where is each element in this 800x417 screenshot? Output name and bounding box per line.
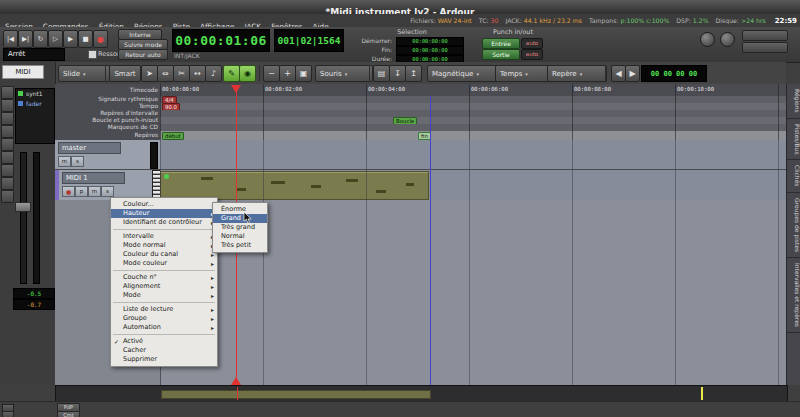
midi-track-name[interactable]: MIDI 1 (62, 172, 125, 184)
midi-note[interactable] (376, 190, 386, 193)
primary-clock-mode[interactable]: INT/JACK (174, 52, 200, 59)
processor-active-led[interactable] (18, 101, 23, 106)
menu-item-active[interactable]: ✓Activé (111, 337, 217, 346)
zoom-out-button[interactable]: − (263, 65, 280, 82)
timecode-ruler[interactable]: 00:00:00:00 00:00:02:00 00:00:04:00 00:0… (160, 84, 786, 96)
menu-item-height[interactable]: Hauteur▸ (111, 209, 217, 218)
midi-note[interactable] (406, 183, 414, 186)
midi-note[interactable] (271, 181, 285, 184)
menu-item-alignment[interactable]: Alignement▸ (111, 282, 217, 291)
gain-readout[interactable]: -0.5 (13, 288, 55, 299)
edit-mode-dropdown[interactable]: Slide▾ (58, 65, 110, 82)
processor-item-synth[interactable]: synt1 (16, 89, 54, 99)
submenu-item-normal[interactable]: Normal (213, 232, 267, 241)
session-end-marker[interactable]: fin (418, 132, 431, 140)
tool-rail-button[interactable] (1, 99, 14, 112)
playhead-marker-top[interactable] (231, 85, 241, 93)
menu-item-remove[interactable]: Supprimer (111, 355, 217, 364)
menu-item-range[interactable]: Intervalle▸ (111, 232, 217, 241)
menu-item-layer[interactable]: Couche n°▸ (111, 273, 217, 282)
edit-point-dropdown[interactable]: Repère▾ (547, 65, 607, 82)
selection-start-clock[interactable]: 00:00:00:00 (396, 37, 464, 46)
ruler-label-ranges[interactable]: Repères d'intervalle (55, 110, 161, 117)
master-track-name[interactable]: master (58, 142, 121, 154)
draw-notes-tool-button[interactable]: ✎ (223, 65, 240, 82)
smart-mode-button[interactable]: Smart (109, 65, 141, 82)
play-button[interactable]: ▶ (63, 30, 78, 48)
tool-rail-button[interactable] (1, 177, 14, 190)
zoom-fit-button[interactable]: ▣ (295, 65, 312, 82)
submenu-item-tres-grand[interactable]: Très grand (213, 223, 267, 232)
midi-record-enable-button[interactable]: ● (62, 186, 75, 197)
meter-ruler[interactable]: 4/4 (160, 96, 786, 103)
tab-track-groups[interactable]: Groupes de pistes (787, 193, 800, 258)
primary-clock[interactable]: 00:00:01:06 (172, 29, 270, 52)
menu-item-mode[interactable]: Mode▸ (111, 291, 217, 300)
nudge-forward-button[interactable]: ▶ (625, 65, 640, 82)
midi-playlist-button[interactable]: p (75, 186, 88, 197)
ruler-label-cd-markers[interactable]: Marqueurs de CD (55, 124, 161, 131)
submenu-item-grand[interactable]: Grand (213, 214, 267, 223)
midi-panic-button[interactable] (742, 30, 788, 41)
mixer-track-name-chip[interactable]: MIDI (2, 65, 44, 79)
stop-button[interactable]: ■ (78, 30, 93, 48)
session-start-marker[interactable]: début (162, 132, 184, 140)
tempo-ruler[interactable]: 90.0 (160, 103, 786, 110)
shrink-tracks-button[interactable]: ↧ (389, 65, 406, 82)
punch-out-button[interactable]: Sortie (482, 49, 520, 60)
loop-button[interactable]: ↻ (33, 30, 48, 48)
submenu-item-enorme[interactable]: Énorme (213, 205, 267, 214)
master-track-lane[interactable] (160, 140, 786, 170)
menu-item-playlist[interactable]: Liste de lecture▸ (111, 305, 217, 314)
range-tool-button[interactable]: ⇔ (157, 65, 174, 82)
midi-track-lane[interactable] (160, 170, 786, 201)
goto-end-button[interactable]: ▶| (18, 30, 33, 48)
cmt-button[interactable]: Cmt (57, 411, 80, 417)
snap-mode-dropdown[interactable]: Magnétique▾ (427, 65, 499, 82)
tool-rail-button[interactable] (1, 164, 14, 177)
gain-fader[interactable] (15, 202, 31, 212)
error-log-button[interactable] (742, 42, 788, 53)
range-ruler[interactable] (160, 110, 786, 117)
grab-tool-button[interactable]: ➤ (141, 65, 158, 82)
menu-item-hide[interactable]: Cacher (111, 346, 217, 355)
secondary-clock[interactable]: 001|02|1564 (274, 29, 344, 52)
menu-item-controller-id[interactable]: Identifiant de contrôleur▸ (111, 218, 217, 227)
goto-start-button[interactable]: |◀ (3, 30, 18, 48)
location-marker-ruler[interactable]: début fin (160, 131, 786, 140)
auto-return-button[interactable]: Retour auto (118, 49, 168, 60)
ruler-label-loop-punch[interactable]: Boucle et punch-in/out (55, 117, 161, 124)
menu-item-color-mode[interactable]: Mode couleur▸ (111, 259, 217, 268)
nudge-back-button[interactable]: ◀ (611, 65, 626, 82)
menu-item-channel-color[interactable]: Couleur du canal▸ (111, 250, 217, 259)
midi-note[interactable] (311, 185, 321, 188)
cd-marker-ruler[interactable] (160, 124, 786, 131)
zoom-focus-dropdown[interactable]: Souris▾ (315, 65, 373, 82)
master-solo-button[interactable]: s (71, 156, 84, 167)
region-gain-point[interactable] (164, 174, 169, 179)
zoom-in-button[interactable]: + (279, 65, 296, 82)
midi-note[interactable] (346, 179, 358, 182)
processor-item-fader[interactable]: fader (16, 99, 54, 109)
punch-in-button[interactable]: Entrée (482, 38, 520, 49)
solo-indicator-button[interactable] (700, 32, 715, 47)
tool-rail-button[interactable] (1, 138, 14, 151)
punch-out-auto-button[interactable]: auto (521, 49, 543, 60)
processor-active-led[interactable] (18, 91, 23, 96)
tab-tracks-busses[interactable]: Pistes/Bus (787, 119, 800, 161)
cut-tool-button[interactable]: ✂ (173, 65, 190, 82)
master-mute-button[interactable]: m (58, 156, 71, 167)
spring-checkbox[interactable] (88, 50, 97, 59)
tool-rail-button[interactable] (1, 86, 14, 99)
ruler-label-meter[interactable]: Signature rythmique (55, 96, 161, 103)
audition-indicator-button[interactable] (720, 32, 735, 47)
menu-item-color[interactable]: Couleur... (111, 200, 217, 209)
expand-tracks-button[interactable]: ↥ (405, 65, 422, 82)
loop-punch-ruler[interactable]: Boucle (160, 117, 786, 124)
grid-type-dropdown[interactable]: Temps▾ (495, 65, 551, 82)
tool-rail-button[interactable] (1, 151, 14, 164)
tab-ranges-marks[interactable]: Intervalles et repères (787, 258, 800, 333)
audition-tool-button[interactable]: ♪ (205, 65, 222, 82)
midi-region[interactable] (160, 171, 429, 200)
tool-rail-button[interactable] (1, 125, 14, 138)
